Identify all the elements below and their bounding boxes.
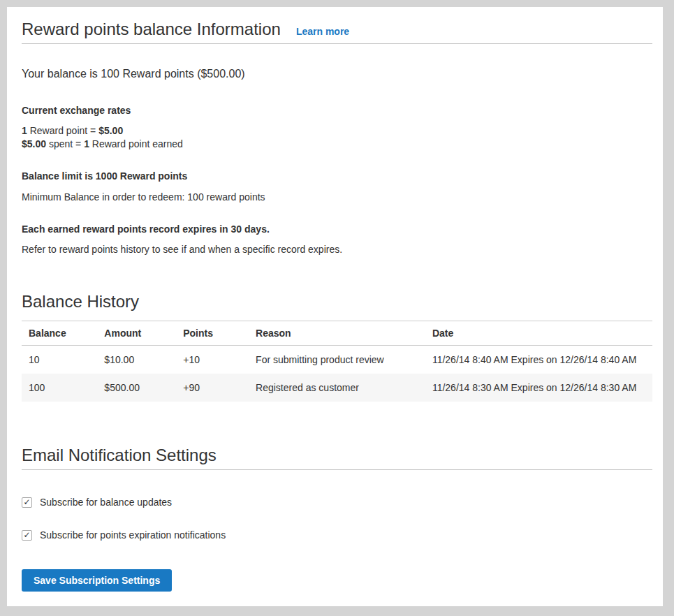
col-header-amount: Amount <box>97 321 176 346</box>
table-row: 10 $10.00 +10 For submitting product rev… <box>22 346 652 374</box>
cell-points: +90 <box>176 374 249 402</box>
rate1-points-value: 1 <box>22 125 27 136</box>
subscribe-balance-updates-label[interactable]: Subscribe for balance updates <box>40 495 172 509</box>
cell-balance: 100 <box>22 374 97 402</box>
reward-points-card: Reward points balance Information Learn … <box>7 7 663 606</box>
rate2-text: spent = <box>46 138 84 149</box>
exchange-rate-line-2: $5.00 spent = 1 Reward point earned <box>22 138 652 151</box>
expiration-heading: Each earned reward points record expires… <box>22 223 652 236</box>
rate2-points-value: 1 <box>84 138 89 149</box>
header-divider <box>22 43 652 44</box>
table-header-row: Balance Amount Points Reason Date <box>22 321 652 346</box>
page-title: Reward points balance Information <box>22 18 281 41</box>
exchange-rates-heading: Current exchange rates <box>22 104 652 117</box>
cell-amount: $10.00 <box>97 346 176 374</box>
subscribe-balance-updates-checkbox[interactable]: ✓ <box>22 497 32 508</box>
subscribe-balance-updates-row: ✓ Subscribe for balance updates <box>22 495 652 509</box>
subscribe-expiration-notifications-label[interactable]: Subscribe for points expiration notifica… <box>40 528 226 542</box>
table-row: 100 $500.00 +90 Registered as customer 1… <box>22 374 652 402</box>
email-settings-divider <box>22 469 652 470</box>
cell-reason: Registered as customer <box>249 374 425 402</box>
rate2-money-value: $5.00 <box>22 138 46 149</box>
balance-history-title: Balance History <box>22 291 652 313</box>
rate2-text-end: Reward point earned <box>89 138 183 149</box>
exchange-rate-line-1: 1 Reward point = $5.00 <box>22 124 652 138</box>
subscribe-expiration-notifications-checkbox[interactable]: ✓ <box>22 530 32 541</box>
page-header: Reward points balance Information Learn … <box>22 18 652 41</box>
rate1-text: Reward point = <box>27 125 98 136</box>
rate1-money-value: $5.00 <box>98 125 123 136</box>
col-header-balance: Balance <box>22 321 97 346</box>
col-header-date: Date <box>425 321 652 346</box>
checkmark-icon: ✓ <box>23 531 30 539</box>
cell-reason: For submitting product review <box>249 346 425 374</box>
balance-summary: Your balance is 100 Reward points ($500.… <box>22 66 652 82</box>
email-notification-settings-title: Email Notification Settings <box>22 444 652 467</box>
checkmark-icon: ✓ <box>23 498 30 506</box>
col-header-reason: Reason <box>249 321 425 346</box>
balance-history-table: Balance Amount Points Reason Date 10 $10… <box>22 321 652 402</box>
cell-points: +10 <box>176 346 249 374</box>
save-subscription-settings-button[interactable]: Save Subscription Settings <box>22 569 172 592</box>
cell-date: 11/26/14 8:40 AM Expires on 12/26/14 8:4… <box>425 346 652 374</box>
learn-more-link[interactable]: Learn more <box>296 26 349 37</box>
col-header-points: Points <box>176 321 249 346</box>
balance-limit-heading: Balance limit is 1000 Reward points <box>22 170 652 183</box>
subscribe-expiration-notifications-row: ✓ Subscribe for points expiration notifi… <box>22 528 652 542</box>
exchange-rates-lines: 1 Reward point = $5.00 $5.00 spent = 1 R… <box>22 124 652 151</box>
cell-amount: $500.00 <box>97 374 176 402</box>
cell-balance: 10 <box>22 346 97 374</box>
cell-date: 11/26/14 8:30 AM Expires on 12/26/14 8:3… <box>425 374 652 402</box>
minimum-balance-note: Minimum Balance in order to redeem: 100 … <box>22 191 652 204</box>
expiration-note: Refer to reward points history to see if… <box>22 243 652 256</box>
